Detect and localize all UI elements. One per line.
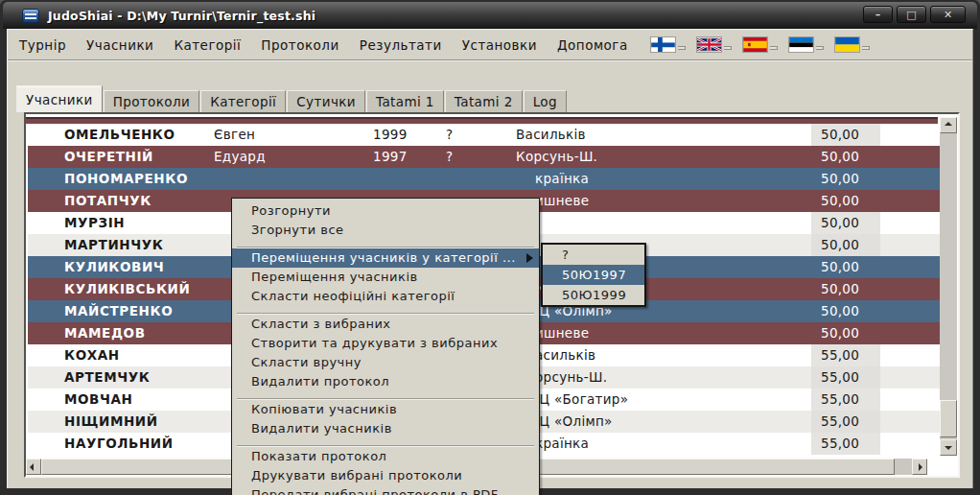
menu-item-7[interactable]: Допомога — [556, 35, 629, 55]
submenu-item[interactable]: 50Ю1997 — [543, 265, 644, 285]
scroll-left-button[interactable] — [26, 459, 41, 475]
menu-item-6[interactable]: Установки — [461, 35, 538, 55]
club-cell-fragment: країнка — [535, 433, 589, 455]
weight-cell: 50,00 — [821, 278, 859, 300]
weight-cell: 50,00 — [821, 212, 859, 234]
close-button[interactable]: ✕ — [930, 6, 966, 23]
year-cell: 1997 — [373, 146, 408, 168]
context-menu-item[interactable]: Створити та друкувати з вибраних — [232, 334, 539, 353]
context-menu-item[interactable]: Видалити учасників — [232, 419, 539, 438]
last-name-cell: НАУГОЛЬНИЙ — [64, 433, 174, 455]
last-name-cell: ПОТАПЧУК — [64, 190, 152, 212]
title-bar[interactable]: JudoShiai - D:\My Turnir\Ternir_test.shi… — [3, 2, 977, 29]
context-menu-item[interactable]: Копіювати учасників — [232, 400, 539, 419]
submenu-item[interactable]: ? — [543, 245, 644, 265]
first-name-cell: Євген — [214, 124, 255, 146]
weight-cell: 55,00 — [821, 344, 859, 366]
submenu-item[interactable]: 50Ю1999 — [543, 285, 644, 305]
united-kingdom-flag-icon[interactable] — [697, 37, 721, 52]
flag-dash — [816, 46, 824, 50]
scroll-down-button[interactable] — [940, 439, 957, 456]
flag-group — [789, 37, 824, 52]
submenu-arrow-icon — [526, 253, 533, 263]
first-name-cell: Едуард — [214, 146, 266, 168]
last-name-cell: МОВЧАН — [64, 389, 132, 411]
vertical-scrollbar[interactable] — [940, 117, 957, 456]
context-menu-item[interactable]: Скласти з вибраних — [232, 315, 539, 334]
finland-flag-icon[interactable] — [651, 37, 675, 52]
weight-cell: 50,00 — [821, 300, 859, 322]
context-menu-item[interactable]: Згорнути все — [232, 221, 539, 240]
client-area: ТурнірУчасникиКатегоріїПротоколиРезульта… — [7, 29, 973, 488]
club-cell: Корсунь-Ш. — [516, 146, 597, 168]
estonia-flag-icon[interactable] — [789, 37, 813, 52]
last-name-cell: НІЩИМНИЙ — [64, 411, 158, 433]
flag-dash — [770, 46, 778, 50]
last-name-cell: ОЧЕРЕТНІЙ — [64, 146, 153, 168]
category-submenu: ?50Ю199750Ю1999 — [541, 243, 646, 307]
context-menu-item[interactable]: Показати протокол — [232, 447, 539, 466]
arrow-left-icon — [30, 463, 34, 471]
menu-item-4[interactable]: Протоколи — [260, 35, 339, 55]
flag-dash — [724, 46, 732, 50]
last-name-cell: МАМЕДОВ — [64, 322, 146, 344]
context-menu-item[interactable]: Друкувати вибрані протоколи — [232, 466, 539, 485]
maximize-button[interactable]: □ — [897, 6, 926, 23]
weight-cell: 55,00 — [821, 389, 859, 411]
scroll-up-button[interactable] — [940, 117, 957, 133]
ukraine-flag-icon[interactable] — [835, 37, 859, 52]
context-menu-item[interactable]: Видалити протокол — [232, 372, 539, 391]
flag-dash — [678, 46, 686, 50]
vertical-scroll-thumb[interactable] — [940, 400, 957, 437]
grade-cell: ? — [446, 124, 453, 146]
tab-сутички[interactable]: Сутички — [287, 90, 365, 112]
context-menu-item[interactable]: Переміщення учасників — [232, 268, 539, 287]
flag-group — [835, 37, 870, 52]
last-name-cell: КОХАН — [64, 344, 120, 366]
weight-cell: 50,00 — [821, 168, 859, 190]
tab-tatami-1[interactable]: Tatami 1 — [366, 90, 444, 112]
tab-учасники[interactable]: Учасники — [16, 85, 103, 112]
window-title: JudoShiai - D:\My Turnir\Ternir_test.shi — [48, 9, 315, 23]
last-name-cell: МУРЗІН — [64, 212, 125, 234]
menu-separator — [237, 307, 534, 314]
context-menu-item[interactable]: Скласти вручну — [232, 353, 539, 372]
menu-item-5[interactable]: Результати — [359, 35, 443, 55]
flag-group — [743, 37, 778, 52]
flag-dash — [862, 46, 870, 50]
tab-tatami-2[interactable]: Tatami 2 — [445, 90, 523, 112]
context-menu-item[interactable]: Передати вибрані протоколи в PDF — [232, 485, 539, 495]
tab-log[interactable]: Log — [524, 90, 567, 112]
club-cell-fragment: .Ц «Олімп» — [535, 411, 613, 433]
weight-cell: 55,00 — [821, 366, 859, 389]
club-cell-fragment: орсунь-Ш. — [535, 366, 607, 389]
menu-item-2[interactable]: Учасники — [85, 35, 154, 55]
weight-cell: 50,00 — [821, 234, 859, 256]
app-icon — [22, 9, 39, 23]
table-row[interactable]: ПОНОМАРЕНКОкраїнка50,00 — [28, 168, 940, 190]
tab-категорії[interactable]: Категорії — [200, 90, 286, 112]
context-menu-item[interactable]: Переміщення учасників у категорії ... — [232, 248, 539, 268]
context-menu-item[interactable]: Розгорнути — [232, 201, 539, 221]
spain-flag-icon[interactable] — [743, 37, 767, 52]
weight-cell: 55,00 — [821, 411, 859, 433]
club-cell-fragment: асильків — [535, 344, 595, 366]
last-name-cell: МАРТИНЧУК — [64, 234, 163, 256]
table-row[interactable]: ОЧЕРЕТНІЙЕдуард1997?Корсунь-Ш.50,00 — [28, 146, 940, 168]
arrow-down-icon — [945, 446, 952, 450]
last-name-cell: ОМЕЛЬЧЕНКО — [64, 124, 175, 146]
flag-group — [697, 37, 732, 52]
table-row[interactable]: ОМЕЛЬЧЕНКОЄвген1999?Васильків50,00 — [28, 124, 940, 146]
category-row-edge — [26, 117, 938, 124]
minimize-button[interactable]: – — [863, 6, 893, 23]
context-menu-item[interactable]: Скласти неофіційні категорії — [232, 287, 539, 306]
weight-cell: 50,00 — [821, 256, 859, 278]
club-cell-fragment: ишневе — [535, 322, 589, 344]
tab-протоколи[interactable]: Протоколи — [104, 90, 200, 112]
last-name-cell: КУЛИКОВИЧ — [64, 256, 164, 278]
club-cell: Васильків — [516, 124, 586, 146]
scroll-right-button[interactable] — [912, 459, 927, 475]
menu-item-1[interactable]: Турнір — [18, 35, 67, 55]
menu-item-3[interactable]: Категорії — [173, 35, 242, 55]
last-name-cell: ПОНОМАРЕНКО — [64, 168, 188, 190]
